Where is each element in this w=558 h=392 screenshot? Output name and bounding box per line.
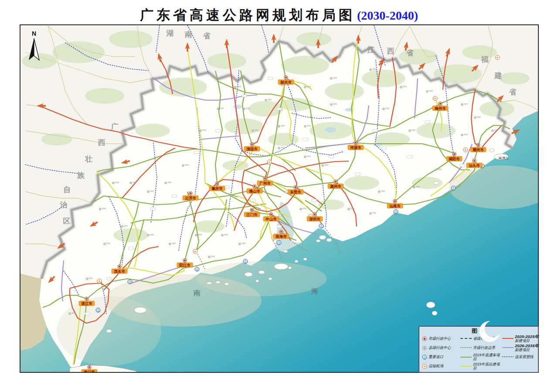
airport-icon: ✈	[463, 148, 468, 152]
airport-icon: ✈	[433, 96, 437, 101]
port-icon: ⚓	[277, 240, 281, 245]
airport-icon: ✈	[495, 55, 500, 60]
legend-county-center: 县级行政中心	[422, 345, 460, 351]
port-icon: ⚓	[243, 259, 248, 264]
svg-text:N: N	[32, 30, 36, 37]
svg-text:肇庆市: 肇庆市	[211, 186, 223, 191]
svg-text:湛江市: 湛江市	[81, 301, 92, 306]
sea-swirl-decoration	[477, 320, 504, 344]
svg-text:汕头市: 汕头市	[468, 163, 480, 168]
airport-icon: ✈	[193, 249, 197, 253]
legend-opened: 2019年底通车项目	[460, 353, 502, 361]
province-label-char: 南	[185, 30, 192, 39]
legend-city-boundary: 市级行政边界	[460, 346, 502, 350]
svg-text:⚓: ⚓	[244, 260, 248, 264]
page-title: 广东省高速公路网规划布局图 (2030-2040)	[0, 6, 558, 24]
legend-port: ⚓ 重要港口	[422, 355, 460, 360]
svg-text:⚓: ⚓	[394, 210, 398, 214]
legend-airport: ✈ 运输机场	[422, 364, 460, 369]
svg-text:✈: ✈	[464, 149, 467, 152]
port-icon: ⚓	[96, 308, 100, 312]
svg-text:⚓: ⚓	[195, 267, 199, 271]
new2035-swatch	[502, 347, 514, 348]
svg-text:✈: ✈	[434, 97, 436, 100]
svg-text:惠州市: 惠州市	[330, 184, 341, 189]
svg-text:河源市: 河源市	[350, 145, 361, 150]
port-icon: ⚓	[319, 224, 323, 228]
province-boundary-swatch	[460, 338, 472, 339]
title-suffix: (2030-2040)	[357, 9, 418, 22]
legend-building: 2019年底在建项目	[460, 362, 502, 370]
province-label-char: 建	[494, 71, 502, 80]
province-label-char: 湖	[166, 29, 174, 37]
svg-text:✈: ✈	[194, 250, 197, 253]
province-label-char: 广	[111, 122, 119, 131]
county-center-marker	[422, 345, 427, 351]
svg-text:揭阳市: 揭阳市	[448, 157, 460, 161]
province-label-char: 治	[60, 201, 68, 209]
province-label-char: 自	[64, 186, 71, 194]
city-boundary-swatch	[460, 347, 472, 348]
legend-new2025: 2020-2025年新建项目	[502, 335, 540, 343]
province-label-char: 区	[63, 217, 71, 225]
city-center-marker	[422, 336, 427, 341]
svg-text:阳江市: 阳江市	[179, 263, 191, 267]
svg-text:江门市: 江门市	[246, 213, 258, 217]
svg-text:汕尾市: 汕尾市	[389, 204, 401, 208]
title-main: 广东省高速公路网规划布局图	[140, 7, 355, 23]
province-label-char: 族	[77, 171, 85, 179]
legend-new2035: 2026-2035年新建项目	[502, 344, 540, 352]
island-label: 南澳岛	[498, 156, 509, 160]
province-label-char: 西	[98, 139, 105, 147]
airport-icon: ✈	[97, 279, 102, 283]
svg-text:⚓: ⚓	[422, 355, 427, 359]
province-label-char: 壮	[85, 155, 93, 163]
svg-text:潮州市: 潮州市	[472, 148, 484, 152]
svg-text:梅州市: 梅州市	[434, 106, 446, 111]
legend-city-center: 市级行政中心	[422, 336, 460, 341]
svg-text:✈: ✈	[98, 280, 101, 283]
new2025-swatch	[502, 338, 514, 339]
svg-text:佛山市: 佛山市	[248, 189, 260, 193]
port-icon: ⚓	[195, 267, 199, 271]
sea-label-char: 海	[311, 287, 318, 295]
svg-text:⚓: ⚓	[96, 308, 100, 312]
province-label-char: 西	[387, 47, 395, 55]
svg-text:✈: ✈	[423, 364, 426, 368]
svg-text:深圳市: 深圳市	[309, 217, 320, 221]
svg-text:清远市: 清远市	[246, 147, 258, 151]
building-swatch	[460, 366, 472, 367]
legend-vision: 远景展望线	[502, 355, 540, 359]
svg-text:✈: ✈	[496, 56, 499, 59]
province-label-char: 省	[406, 49, 414, 57]
airport-icon: ✈	[267, 160, 272, 164]
svg-text:✈: ✈	[268, 161, 271, 164]
vision-swatch	[502, 356, 514, 357]
svg-text:珠海市: 珠海市	[275, 234, 287, 239]
svg-text:茂名市: 茂名市	[113, 269, 125, 274]
svg-text:广州市: 广州市	[259, 181, 271, 186]
province-label-char: 省	[509, 88, 517, 96]
svg-text:中山市: 中山市	[265, 217, 277, 221]
svg-text:海口市: 海口市	[83, 370, 95, 374]
svg-text:韶关市: 韶关市	[280, 80, 292, 84]
port-icon: ⚓	[128, 280, 132, 284]
planning-map-page: { "title": {"main": "广东省高速公路网规划布局图", "su…	[0, 0, 558, 392]
svg-text:⚓: ⚓	[128, 280, 132, 284]
svg-text:⚓: ⚓	[277, 241, 281, 245]
airport-icon: ✈	[422, 364, 427, 369]
svg-text:⚓: ⚓	[452, 186, 456, 190]
port-icon: ⚓	[394, 210, 398, 214]
sea-label-char: 南	[193, 289, 201, 297]
svg-text:⚓: ⚓	[320, 224, 323, 228]
province-label-char: 省	[203, 32, 211, 40]
province-label-char: 福	[481, 55, 489, 64]
port-icon: ⚓	[422, 355, 427, 360]
port-icon: ⚓	[451, 186, 456, 190]
province-label-char: 江	[367, 46, 375, 54]
svg-text:东莞市: 东莞市	[289, 190, 301, 194]
svg-text:云浮市: 云浮市	[185, 196, 196, 200]
opened-swatch	[460, 357, 472, 358]
